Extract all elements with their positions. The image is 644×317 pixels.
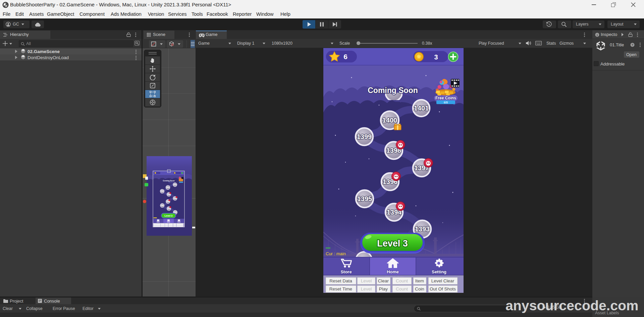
svg-text:1401: 1401 [173, 184, 177, 186]
svg-text:1397: 1397 [173, 198, 177, 199]
svg-text:Level 3: Level 3 [377, 238, 408, 248]
svg-text:1393: 1393 [415, 225, 430, 233]
svg-text:1400: 1400 [382, 117, 397, 124]
svg-text:1399: 1399 [357, 133, 372, 140]
svg-text:6/8: 6/8 [444, 101, 448, 104]
svg-text:Store: Store [340, 269, 352, 274]
svg-text:1398: 1398 [167, 194, 171, 195]
svg-text:1395: 1395 [357, 195, 372, 202]
svg-text:Clear: Clear [378, 278, 389, 283]
svg-text:Count: Count [396, 286, 408, 291]
svg-text:1401: 1401 [414, 104, 429, 112]
svg-text:Cur : main: Cur : main [326, 251, 346, 256]
svg-text:6: 6 [343, 53, 347, 60]
svg-text:Level Clear: Level Clear [431, 278, 454, 283]
svg-text:1396: 1396 [166, 201, 170, 202]
svg-text:Level 3: Level 3 [165, 215, 173, 217]
svg-text:Item: Item [415, 278, 424, 283]
svg-text:Level: Level [361, 286, 372, 291]
svg-text:Coming Soon: Coming Soon [368, 86, 418, 95]
svg-text:Count: Count [396, 278, 408, 283]
svg-text:1400: 1400 [166, 187, 170, 188]
svg-text:1399: 1399 [160, 190, 164, 192]
svg-text:Out Of Shots: Out Of Shots [430, 286, 456, 291]
svg-text:Coming Soon: Coming Soon [163, 180, 174, 182]
svg-text:Play: Play [379, 286, 388, 291]
svg-text:Home: Home [387, 269, 399, 274]
svg-text:Reset Time: Reset Time [329, 286, 352, 291]
svg-text:Coin: Coin [415, 286, 424, 291]
svg-text:?: ? [632, 43, 634, 47]
svg-text:Free Coins: Free Coins [435, 96, 456, 100]
svg-text:Level: Level [361, 278, 372, 283]
svg-text:1394: 1394 [167, 208, 171, 210]
svg-text:1395: 1395 [161, 205, 164, 207]
svg-text:3: 3 [434, 53, 438, 61]
svg-text:Setting: Setting [432, 269, 446, 274]
svg-text:Reset Data: Reset Data [329, 278, 352, 283]
